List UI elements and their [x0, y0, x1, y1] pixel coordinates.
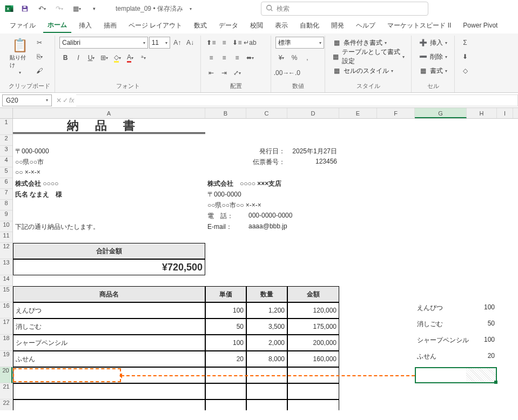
sender-addr[interactable]: ○○県○○市○○ ×-×-×	[205, 200, 264, 211]
r3-price[interactable]: 100	[205, 335, 246, 351]
col-D[interactable]: D	[287, 108, 339, 118]
bold-button[interactable]: B	[59, 52, 71, 64]
percent[interactable]: %	[288, 52, 300, 64]
cut-button[interactable]: ✂	[33, 37, 45, 49]
table-format[interactable]: ▦テーブルとして書式設定▾	[329, 51, 407, 63]
italic-button[interactable]: I	[72, 52, 84, 64]
col-G[interactable]: G	[415, 108, 467, 118]
formula-input[interactable]	[76, 94, 518, 106]
align-right[interactable]: ≡	[231, 52, 243, 64]
lk4-price[interactable]: 20	[467, 351, 497, 361]
clear[interactable]: ◇	[459, 65, 471, 77]
total-value[interactable]: ¥720,500	[13, 259, 205, 275]
font-name-select[interactable]: Calibri▾	[59, 37, 148, 49]
underline-button[interactable]: U▾	[85, 52, 97, 64]
recipient-zip[interactable]: 〒000-0000	[13, 146, 51, 157]
align-bottom[interactable]: ⬇≡	[231, 37, 243, 49]
decrease-font[interactable]: A↓	[184, 37, 196, 49]
copy-button[interactable]: ⎘▾	[33, 51, 45, 63]
r2-name[interactable]: 消しごむ	[13, 319, 205, 335]
r6-name[interactable]	[13, 383, 205, 399]
row-6[interactable]: 6	[0, 178, 12, 189]
th-amt[interactable]: 金額	[287, 286, 339, 302]
col-F[interactable]: F	[377, 108, 415, 118]
row-11[interactable]: 11	[0, 232, 12, 243]
insert-cells[interactable]: ➕挿入▾	[416, 37, 450, 49]
cell-styles[interactable]: ▦セルのスタイル▾	[329, 65, 407, 77]
total-label[interactable]: 合計金額	[13, 243, 205, 259]
name-box[interactable]: G20▾	[2, 94, 52, 106]
increase-font[interactable]: A↑	[171, 37, 183, 49]
th-name[interactable]: 商品名	[13, 286, 205, 302]
slip-no[interactable]: 123456	[287, 157, 339, 166]
align-middle[interactable]: ≡	[218, 37, 230, 49]
indent-dec[interactable]: ⇤	[205, 67, 217, 79]
tel-label[interactable]: 電 話：	[205, 211, 236, 222]
merge[interactable]: ⬌▾	[244, 52, 256, 64]
tab-home[interactable]: ホーム	[43, 18, 71, 33]
font-size-select[interactable]: 11▾	[149, 37, 171, 49]
font-color[interactable]: A▾	[124, 52, 136, 64]
row-13[interactable]: 13	[0, 259, 12, 275]
lk1-name[interactable]: えんぴつ	[415, 302, 445, 314]
r4-name[interactable]: ふせん	[13, 351, 205, 367]
spreadsheet-grid[interactable]: A B C D E F G H I 1 2 3 4 5 6 7 8 9 10 1…	[0, 108, 518, 410]
select-all-corner[interactable]	[0, 108, 13, 118]
tab-ms2[interactable]: マーケットスピード II	[383, 19, 455, 32]
tab-insert[interactable]: 挿入	[75, 19, 96, 32]
recipient-company[interactable]: 株式会社 ○○○○	[13, 178, 60, 189]
lk3-name[interactable]: シャープペンシル	[415, 335, 471, 346]
tab-formula[interactable]: 数式	[190, 19, 211, 32]
email-value[interactable]: aaaa@bbb.jp	[246, 221, 290, 231]
undo-button[interactable]: ↶▾	[36, 2, 49, 15]
doc-title[interactable]: 納品書	[13, 119, 205, 134]
fill-handle[interactable]	[494, 381, 497, 384]
row-8[interactable]: 8	[0, 200, 12, 211]
lk1-price[interactable]: 100	[467, 302, 497, 312]
th-qty[interactable]: 数量	[246, 286, 287, 302]
r2-qty[interactable]: 3,500	[246, 319, 287, 335]
r2-price[interactable]: 50	[205, 319, 246, 335]
delete-cells[interactable]: ➖削除▾	[416, 51, 450, 63]
lk3-price[interactable]: 100	[467, 335, 497, 344]
note[interactable]: 下記の通り納品いたします。	[13, 221, 102, 233]
issue-label[interactable]: 発行日：	[246, 146, 287, 157]
fill[interactable]: ⬇	[459, 51, 471, 63]
border-button[interactable]: ⊞▾	[98, 52, 110, 64]
row-4[interactable]: 4	[0, 157, 12, 167]
row-5[interactable]: 5	[0, 167, 12, 178]
cell-area[interactable]: 納品書 〒000-0000 ○○県○○市 ○○ ×-×-× 株式会社 ○○○○ …	[13, 119, 518, 410]
col-C[interactable]: C	[246, 108, 287, 118]
col-H[interactable]: H	[467, 108, 497, 118]
row-21[interactable]: 21	[0, 383, 12, 399]
tab-data[interactable]: データ	[214, 19, 243, 32]
tab-dev[interactable]: 開発	[327, 19, 348, 32]
tel-value[interactable]: 000-0000-0000	[246, 211, 294, 220]
format-cells[interactable]: ▦書式▾	[416, 65, 450, 77]
sender-zip[interactable]: 〒000-0000	[205, 189, 244, 200]
search-box[interactable]: 検索	[261, 2, 428, 16]
autosum[interactable]: Σ	[459, 37, 471, 49]
recipient-addr[interactable]: ○○ ×-×-×	[13, 167, 43, 177]
r3-amt[interactable]: 200,000	[287, 335, 339, 351]
r3-name[interactable]: シャープペンシル	[13, 335, 205, 351]
comma[interactable]: ,	[301, 52, 313, 64]
file-name[interactable]: template_09 • 保存済み	[116, 4, 183, 13]
tab-automate[interactable]: 自動化	[295, 19, 324, 32]
align-left[interactable]: ≡	[205, 52, 217, 64]
recipient-city[interactable]: ○○県○○市	[13, 157, 46, 168]
row-1[interactable]: 1	[0, 119, 12, 135]
tab-draw[interactable]: 描画	[99, 19, 121, 32]
cancel-icon[interactable]: ✕	[56, 97, 62, 104]
currency[interactable]: ¥▾	[275, 52, 287, 64]
row-10[interactable]: 10	[0, 221, 12, 232]
qat-overflow[interactable]: ▾	[88, 2, 100, 15]
wrap-text[interactable]: ↵ab	[244, 37, 256, 49]
th-price[interactable]: 単価	[205, 286, 246, 302]
fill-color[interactable]: ◇▾	[111, 52, 123, 64]
r6-qty[interactable]	[246, 383, 287, 399]
dec-decimal[interactable]: ←.0	[288, 67, 300, 79]
number-format[interactable]: 標準▾	[275, 37, 324, 49]
format-painter[interactable]: 🖌	[33, 65, 45, 77]
row-2[interactable]: 2	[0, 135, 12, 146]
